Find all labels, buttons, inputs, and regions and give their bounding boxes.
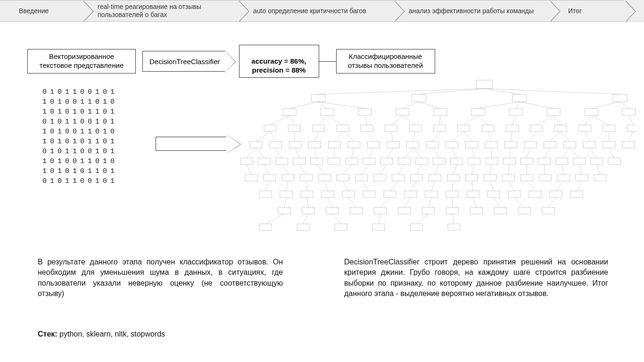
svg-rect-185 [259,191,272,197]
svg-line-100 [628,132,633,141]
svg-rect-251 [448,224,460,230]
nav-item-intro[interactable]: Введение [0,0,83,22]
svg-line-188 [286,181,288,191]
svg-line-4 [419,89,484,94]
pipeline-flow: Векторизированное текстовое представлени… [27,45,435,78]
svg-rect-147 [264,174,276,181]
flow-box-label: Векторизированное текстовое представлени… [40,52,124,69]
svg-rect-127 [468,158,480,165]
svg-line-42 [403,115,415,125]
svg-line-44 [439,115,440,125]
svg-rect-223 [350,207,363,214]
svg-line-210 [508,181,514,191]
svg-line-130 [491,148,492,158]
svg-line-182 [579,165,582,174]
svg-rect-229 [422,207,434,214]
svg-line-186 [265,181,270,191]
svg-line-48 [478,115,488,125]
svg-rect-69 [328,141,340,148]
svg-rect-107 [293,158,305,165]
svg-line-208 [490,181,494,191]
svg-line-104 [256,148,264,158]
svg-line-28 [620,102,629,108]
svg-line-50 [512,115,516,125]
svg-line-154 [317,165,325,174]
svg-line-228 [405,197,411,207]
svg-rect-151 [300,174,313,181]
svg-line-150 [281,165,288,174]
svg-rect-133 [520,158,533,165]
svg-rect-19 [471,108,485,115]
svg-rect-225 [374,207,387,214]
nav-label: Введение [19,7,49,15]
svg-line-224 [348,197,356,207]
nav-item-autodetect[interactable]: auto определение критичности багов [238,0,394,22]
svg-line-212 [527,181,535,191]
svg-rect-201 [425,191,438,197]
svg-rect-87 [505,141,517,148]
svg-rect-121 [415,158,428,165]
svg-line-14 [318,102,365,108]
svg-rect-197 [384,191,396,197]
svg-line-92 [550,132,561,141]
svg-line-138 [562,148,570,158]
svg-line-32 [289,115,294,125]
svg-line-192 [325,181,328,191]
svg-line-218 [284,197,286,207]
svg-line-200 [411,181,417,191]
svg-rect-189 [301,191,313,197]
svg-rect-61 [250,141,262,148]
svg-line-84 [464,132,472,141]
svg-rect-221 [326,207,339,214]
svg-rect-41 [409,125,421,132]
svg-rect-9 [283,108,296,115]
svg-line-230 [428,197,431,207]
svg-rect-209 [508,191,520,197]
svg-rect-235 [494,207,506,214]
svg-rect-171 [484,174,496,181]
stack-value: python, sklearn, nltk, stopwords [59,330,165,338]
svg-line-74 [367,132,373,141]
svg-line-114 [352,148,354,158]
svg-rect-93 [563,141,576,148]
svg-rect-89 [524,141,537,148]
svg-rect-37 [361,125,373,132]
svg-line-234 [473,197,476,207]
svg-line-172 [490,165,492,174]
svg-rect-111 [328,158,340,165]
svg-rect-177 [539,174,551,181]
flow-output-text: Классифицированные отзывы пользователей [348,52,423,69]
svg-line-26 [591,102,620,108]
svg-rect-123 [433,158,446,165]
svg-line-168 [453,165,456,174]
svg-line-76 [391,132,393,141]
nav-item-realtime[interactable]: real-time реагирование на отзывы пользов… [83,0,238,22]
svg-rect-67 [309,141,321,148]
svg-line-88 [511,132,512,141]
svg-rect-79 [426,141,438,148]
svg-line-34 [319,115,327,125]
svg-rect-217 [278,207,290,214]
svg-line-40 [391,115,403,125]
svg-line-112 [334,148,335,158]
svg-rect-119 [398,158,410,165]
svg-line-82 [452,132,464,141]
svg-line-244 [303,214,308,224]
svg-line-60 [629,115,633,125]
svg-rect-59 [627,125,636,132]
svg-line-190 [306,181,307,191]
svg-rect-101 [240,158,253,165]
svg-rect-39 [385,125,397,132]
nav-item-summary[interactable]: Итог [549,0,625,22]
svg-rect-153 [319,174,331,181]
svg-rect-233 [470,207,482,214]
flow-box-vector: Векторизированное текстовое представлени… [27,49,136,74]
flow-arrow-classifier: DecisionTreeClassifier [142,51,225,72]
svg-rect-5 [512,94,527,102]
svg-rect-169 [465,174,478,181]
svg-rect-211 [529,191,541,197]
svg-line-226 [380,197,390,207]
svg-line-86 [488,132,491,141]
svg-rect-23 [547,108,560,115]
nav-item-analysis[interactable]: анализ эффективности работы команды [394,0,549,22]
